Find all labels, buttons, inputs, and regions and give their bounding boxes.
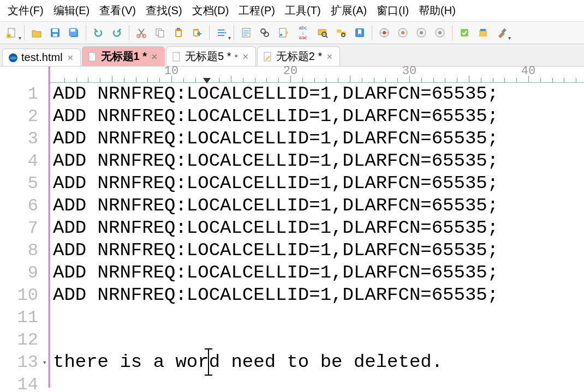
- close-icon[interactable]: ✕: [241, 52, 250, 61]
- close-icon[interactable]: ✕: [66, 53, 75, 62]
- run-2-button[interactable]: [394, 24, 412, 41]
- fold-icon[interactable]: ▾: [43, 358, 47, 367]
- line-gutter: 123456789101112▾1314: [0, 67, 49, 388]
- open-button[interactable]: [28, 24, 45, 41]
- toolbar: abc↓aac: [0, 22, 584, 44]
- menu-document[interactable]: 文档(D): [189, 2, 233, 19]
- find-replace-button[interactable]: [275, 24, 292, 41]
- tab-label: test.html: [21, 51, 63, 64]
- close-icon[interactable]: ✕: [150, 52, 159, 61]
- new-file-button[interactable]: [3, 24, 21, 41]
- menu-view[interactable]: 查看(V): [96, 2, 139, 19]
- code-line[interactable]: ADD NRNFREQ:LOCALCELLID=1,DLARFCN=65535;: [53, 172, 584, 195]
- menu-edit[interactable]: 编辑(E): [50, 2, 93, 19]
- tab-test-html[interactable]: test.html ✕: [2, 49, 81, 66]
- file-icon: [88, 52, 98, 62]
- search-proj-button[interactable]: [332, 24, 350, 41]
- tab-untitled-2[interactable]: 无标题2 * ✕: [257, 46, 340, 66]
- menu-extensions[interactable]: 扩展(A): [327, 2, 371, 19]
- toolbar-separator: [86, 25, 86, 40]
- code-line[interactable]: [53, 329, 584, 351]
- copy-button[interactable]: [151, 24, 169, 41]
- svg-rect-16: [194, 31, 198, 35]
- code-line[interactable]: [53, 373, 584, 392]
- menu-tools[interactable]: 工具(T): [282, 2, 324, 19]
- line-number: 8: [0, 239, 38, 262]
- line-number: 11: [0, 306, 38, 329]
- toolbar-separator: [209, 25, 210, 40]
- code-line[interactable]: ADD NRNFREQ:LOCALCELLID=1,DLARFCN=65535;: [53, 217, 584, 239]
- tab-untitled-5[interactable]: 无标题5 * • ✕: [166, 46, 256, 66]
- line-number: 3: [0, 128, 38, 150]
- search-doc-button[interactable]: [314, 24, 331, 41]
- code-line[interactable]: ADD NRNFREQ:LOCALCELLID=1,DLARFCN=65535;: [53, 83, 584, 105]
- svg-rect-13: [177, 28, 180, 30]
- svg-rect-3: [52, 29, 58, 32]
- menu-help[interactable]: 帮助(H): [415, 2, 459, 19]
- svg-rect-7: [70, 29, 75, 32]
- highlight-bottom-text: aac: [299, 35, 307, 40]
- code-line[interactable]: ADD NRNFREQ:LOCALCELLID=1,DLARFCN=65535;: [53, 262, 584, 284]
- svg-rect-20: [279, 28, 286, 37]
- toolbar-separator: [372, 25, 372, 40]
- redo-button[interactable]: [108, 24, 126, 41]
- tab-label: 无标题1 *: [101, 49, 147, 64]
- doc-props-button[interactable]: [237, 24, 255, 41]
- docs-button[interactable]: [474, 24, 492, 41]
- paste-append-button[interactable]: [188, 24, 206, 41]
- highlight-button[interactable]: abc↓aac: [293, 24, 313, 41]
- code-line[interactable]: [53, 306, 584, 329]
- close-icon[interactable]: ✕: [325, 52, 334, 61]
- menu-bar: 文件(F) 编辑(E) 查看(V) 查找(S) 文档(D) 工程(P) 工具(T…: [0, 0, 584, 22]
- line-number: 5: [0, 172, 38, 195]
- code-line[interactable]: ADD NRNFREQ:LOCALCELLID=1,DLARFCN=65535;: [53, 239, 584, 262]
- toolbar-separator: [129, 25, 129, 40]
- run-3-button[interactable]: [413, 24, 430, 41]
- code-line[interactable]: ADD NRNFREQ:LOCALCELLID=1,DLARFCN=65535;: [53, 105, 584, 128]
- code-line[interactable]: ADD NRNFREQ:LOCALCELLID=1,DLARFCN=65535;: [53, 195, 584, 217]
- svg-rect-11: [158, 31, 164, 37]
- cut-button[interactable]: [133, 24, 150, 41]
- line-number: 6: [0, 195, 38, 217]
- line-number: 10: [0, 284, 38, 306]
- svg-rect-24: [337, 29, 341, 33]
- code-line[interactable]: ADD NRNFREQ:LOCALCELLID=1,DLARFCN=65535;: [53, 284, 584, 306]
- svg-rect-36: [461, 29, 468, 37]
- edge-icon: [8, 53, 18, 63]
- bookmark-button[interactable]: [351, 24, 368, 41]
- run-4-button[interactable]: [431, 24, 449, 41]
- code-area[interactable]: ADD NRNFREQ:LOCALCELLID=1,DLARFCN=65535;…: [49, 67, 584, 388]
- save-button[interactable]: [46, 24, 64, 41]
- find-button[interactable]: [256, 24, 273, 41]
- dirty-icon: •: [235, 51, 238, 62]
- save-all-button[interactable]: [65, 24, 82, 41]
- pencil-icon: [263, 52, 273, 62]
- line-ops-button[interactable]: [213, 24, 230, 41]
- svg-point-29: [383, 31, 386, 34]
- svg-rect-17: [242, 28, 250, 37]
- code-line[interactable]: ADD NRNFREQ:LOCALCELLID=1,DLARFCN=65535;: [53, 150, 584, 172]
- group-button[interactable]: [456, 24, 473, 41]
- menu-project[interactable]: 工程(P): [235, 2, 278, 19]
- run-1-button[interactable]: [376, 24, 393, 41]
- menu-search[interactable]: 查找(S): [142, 2, 186, 19]
- paste-button[interactable]: [170, 24, 187, 41]
- menu-file[interactable]: 文件(F): [4, 2, 47, 19]
- line-number: 7: [0, 217, 38, 239]
- tab-untitled-1[interactable]: 无标题1 * ✕: [82, 46, 165, 66]
- undo-button[interactable]: [90, 24, 107, 41]
- code-line[interactable]: ADD NRNFREQ:LOCALCELLID=1,DLARFCN=65535;: [53, 128, 584, 150]
- code-line[interactable]: there is a word need to be deleted.: [53, 351, 584, 373]
- svg-rect-4: [53, 34, 57, 37]
- toolbar-separator: [452, 25, 452, 40]
- toolbar-separator: [234, 25, 234, 40]
- editor-area: 10203040 123456789101112▾1314 ADD NRNFRE…: [0, 67, 584, 388]
- text-cursor-icon: [208, 348, 209, 376]
- line-number: 4: [0, 150, 38, 172]
- toolbar-separator: [24, 25, 25, 40]
- svg-point-33: [420, 31, 423, 34]
- line-number: 12: [0, 329, 38, 351]
- build-button[interactable]: [493, 24, 510, 41]
- line-number: 2: [0, 105, 38, 128]
- menu-window[interactable]: 窗口(I): [373, 2, 412, 19]
